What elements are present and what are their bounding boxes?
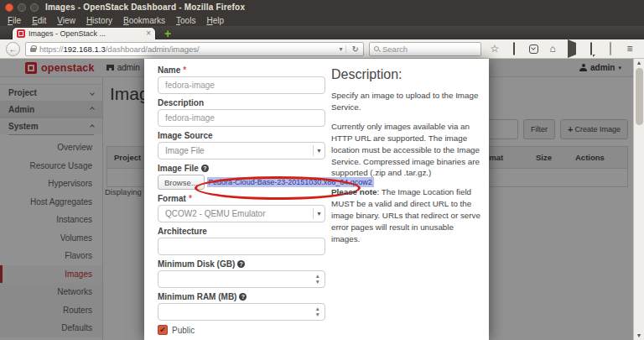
image-source-select[interactable]: ▼ — [158, 142, 325, 160]
spinner-arrows-icon[interactable]: ▲▼ — [315, 306, 320, 317]
image-source-label: Image Source — [158, 131, 325, 140]
help-question-icon: ? — [201, 165, 209, 172]
url-domain: 192.168.1.3 — [64, 44, 106, 54]
menu-view[interactable]: View — [57, 16, 75, 25]
hamburger-menu-icon[interactable]: ≡ — [624, 43, 636, 55]
window-maximize-button[interactable] — [30, 3, 39, 12]
scrollbar[interactable]: ▲ ▼ — [633, 59, 644, 340]
select-divider — [313, 145, 314, 156]
architecture-label: Architecture — [158, 227, 325, 236]
select-caret-icon: ▼ — [316, 148, 322, 154]
format-label: Format* — [158, 194, 325, 203]
tab-title: Images - OpenStack ... — [29, 29, 143, 38]
description-label: Description — [158, 98, 325, 107]
bookmark-star-icon[interactable]: ☆ — [489, 43, 501, 55]
create-image-form: Name* Description Image Source ▼ I — [158, 65, 325, 335]
image-file-label: Image File? — [158, 164, 325, 173]
tab-strip: Images - OpenStack ... × + — [0, 26, 644, 39]
min-ram-label: Minimum RAM (MB)? — [158, 292, 325, 301]
lock-icon — [30, 48, 36, 52]
browser-viewport: openstack admin admin ▾ Project — [0, 59, 644, 340]
name-label: Name* — [158, 65, 325, 75]
help-question-icon: ? — [237, 260, 245, 268]
back-button[interactable]: ← — [6, 42, 20, 56]
window-title: Images - OpenStack Dashboard - Mozilla F… — [45, 3, 245, 12]
public-checkbox[interactable]: ✔ — [158, 325, 168, 335]
browser-tab[interactable]: Images - OpenStack ... × — [12, 27, 156, 39]
public-label: Public — [172, 326, 195, 335]
reload-icon[interactable]: ↻ — [350, 44, 359, 54]
bookmarks-clipboard-icon[interactable] — [508, 43, 520, 55]
navigation-toolbar: ← https://192.168.1.3/dashboard/admin/im… — [0, 39, 644, 59]
image-source-value[interactable] — [158, 142, 325, 160]
scrollbar-thumb[interactable] — [636, 68, 643, 125]
menu-history[interactable]: History — [86, 16, 112, 25]
create-image-modal: Name* Description Image Source ▼ I — [144, 59, 489, 340]
spinner-arrows-icon[interactable]: ▲▼ — [315, 273, 320, 285]
send-icon[interactable] — [566, 43, 578, 55]
min-ram-field[interactable] — [158, 303, 325, 321]
tab-close-icon[interactable]: × — [146, 29, 151, 38]
name-field[interactable] — [158, 76, 325, 94]
menubar: File Edit View History Bookmarks Tools H… — [0, 14, 644, 26]
format-select[interactable]: ▼ — [158, 205, 325, 222]
min-ram-stepper[interactable]: ▲▼ — [158, 303, 325, 321]
url-dropdown-icon[interactable]: ▾ — [337, 45, 346, 53]
format-value[interactable] — [158, 205, 325, 222]
url-path: /dashboard/admin/images/ — [106, 44, 200, 54]
help-question-icon: ? — [239, 293, 247, 301]
menu-help[interactable]: Help — [206, 16, 224, 25]
image-file-row: Browse... Fedora-Cloud-Base-23-20151030.… — [158, 175, 325, 190]
menu-file[interactable]: File — [8, 16, 21, 25]
scroll-down-icon[interactable]: ▼ — [634, 332, 644, 340]
shield-icon[interactable] — [605, 43, 616, 55]
help-note-strong: Please note — [331, 187, 377, 196]
min-disk-label: Minimum Disk (GB)? — [158, 259, 325, 269]
modal-help-panel: Description: Specify an image to upload … — [331, 67, 480, 253]
select-divider — [313, 208, 314, 219]
window-close-button[interactable] — [5, 3, 13, 12]
scroll-up-icon[interactable]: ▲ — [634, 59, 644, 67]
url-protocol: https:// — [39, 44, 64, 54]
new-tab-button[interactable]: + — [164, 28, 171, 39]
architecture-field[interactable] — [158, 238, 325, 255]
toolbar-icons: ☆ ⌂ ≡ — [486, 43, 638, 55]
pocket-icon[interactable] — [527, 44, 539, 54]
search-input[interactable] — [382, 44, 476, 54]
public-option: ✔ Public — [158, 325, 325, 335]
search-icon — [374, 46, 379, 51]
select-caret-icon: ▼ — [316, 211, 322, 217]
browse-button[interactable]: Browse... — [158, 175, 205, 190]
help-paragraph: Currently only images available via an H… — [331, 121, 480, 180]
url-text: https://192.168.1.3/dashboard/admin/imag… — [39, 44, 334, 54]
help-title: Description: — [331, 67, 480, 82]
window-minimize-button[interactable] — [18, 3, 26, 12]
min-disk-field[interactable] — [158, 270, 325, 288]
description-field[interactable] — [158, 109, 325, 127]
chat-icon[interactable] — [585, 43, 597, 55]
openstack-favicon-icon — [17, 29, 25, 38]
search-bar[interactable] — [369, 42, 481, 56]
menu-edit[interactable]: Edit — [32, 16, 46, 25]
required-icon: * — [189, 194, 192, 203]
menu-bookmarks[interactable]: Bookmarks — [123, 16, 165, 25]
home-icon[interactable]: ⌂ — [547, 43, 558, 55]
window-titlebar: Images - OpenStack Dashboard - Mozilla F… — [0, 0, 644, 14]
url-bar[interactable]: https://192.168.1.3/dashboard/admin/imag… — [25, 42, 364, 56]
menu-tools[interactable]: Tools — [176, 16, 195, 25]
min-disk-stepper[interactable]: ▲▼ — [158, 270, 325, 288]
help-paragraph: Please note: The Image Location field MU… — [331, 186, 480, 245]
screen: Images - OpenStack Dashboard - Mozilla F… — [0, 0, 644, 340]
required-icon: * — [183, 65, 186, 75]
help-paragraph: Specify an image to upload to the Image … — [331, 90, 480, 113]
